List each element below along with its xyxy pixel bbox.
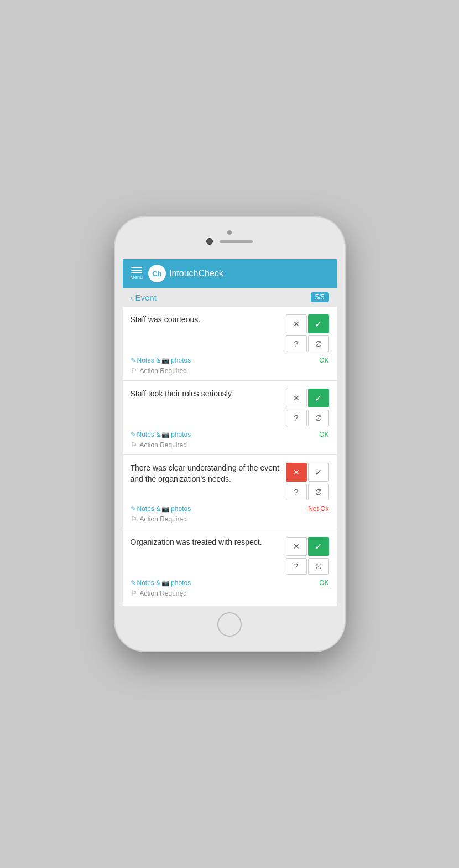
app-header: Menu Ch IntouchCheck bbox=[123, 259, 337, 288]
action-label: Action Required bbox=[140, 441, 187, 449]
menu-wrapper[interactable]: Menu bbox=[131, 267, 143, 280]
answer-buttons: ✕ ✓ ? ∅ bbox=[286, 537, 329, 575]
no-button[interactable]: ✕ bbox=[286, 389, 307, 407]
edit-icon: ✎ bbox=[131, 505, 136, 513]
question-item: Staff took their roles seriously. ✕ ✓ ? … bbox=[123, 381, 337, 455]
question-top: Staff was courteous. ✕ ✓ ? ∅ bbox=[131, 314, 329, 352]
no-button[interactable]: ✕ bbox=[286, 314, 307, 333]
camera bbox=[206, 238, 213, 245]
unknown-button[interactable]: ? bbox=[286, 410, 307, 426]
notes-link[interactable]: ✎ Notes & 📷 photos bbox=[131, 579, 191, 587]
nav-title: Event bbox=[135, 293, 157, 302]
notes-link[interactable]: ✎ Notes & 📷 photos bbox=[131, 431, 191, 438]
edit-icon: ✎ bbox=[131, 356, 136, 364]
speaker-dot bbox=[227, 230, 232, 235]
bottom-btn-row: ? ∅ bbox=[286, 410, 329, 426]
notes-link[interactable]: ✎ Notes & 📷 photos bbox=[131, 505, 191, 513]
flag-icon: ⚐ bbox=[131, 589, 137, 597]
unknown-button[interactable]: ? bbox=[286, 484, 307, 500]
na-button[interactable]: ∅ bbox=[308, 558, 329, 575]
status-ok: OK bbox=[319, 356, 328, 364]
notes-label: Notes & bbox=[137, 356, 161, 364]
unknown-button[interactable]: ? bbox=[286, 558, 307, 575]
edit-icon: ✎ bbox=[131, 579, 136, 587]
menu-line-1 bbox=[131, 267, 142, 268]
unknown-button[interactable]: ? bbox=[286, 335, 307, 352]
app-screen: Menu Ch IntouchCheck ‹ Event 5/5 bbox=[123, 259, 337, 606]
question-meta: ✎ Notes & 📷 photos Not Ok bbox=[131, 505, 329, 513]
na-button[interactable]: ∅ bbox=[308, 484, 329, 500]
no-button[interactable]: ✕ bbox=[286, 537, 307, 556]
question-item: There was clear understanding of the eve… bbox=[123, 455, 337, 529]
top-bezel bbox=[123, 225, 337, 259]
logo-area: Ch IntouchCheck bbox=[148, 265, 223, 282]
question-meta: ✎ Notes & 📷 photos OK bbox=[131, 579, 329, 587]
question-text: Organization was treated with respect. bbox=[131, 537, 280, 548]
question-top: Staff took their roles seriously. ✕ ✓ ? … bbox=[131, 389, 329, 426]
notes-label: Notes & bbox=[137, 431, 161, 438]
photos-label: photos bbox=[171, 356, 191, 364]
notes-link[interactable]: ✎ Notes & 📷 photos bbox=[131, 356, 191, 364]
na-button[interactable]: ∅ bbox=[308, 410, 329, 426]
menu-label: Menu bbox=[131, 275, 143, 280]
logo-text: Ch bbox=[152, 270, 161, 278]
top-btn-row: ✕ ✓ bbox=[286, 463, 329, 482]
camera-icon: 📷 bbox=[161, 431, 170, 438]
action-required[interactable]: ⚐ Action Required bbox=[131, 515, 329, 523]
flag-icon: ⚐ bbox=[131, 366, 137, 375]
action-required[interactable]: ⚐ Action Required bbox=[131, 589, 329, 597]
bottom-btn-row: ? ∅ bbox=[286, 335, 329, 352]
no-button[interactable]: ✕ bbox=[286, 463, 307, 482]
answer-buttons: ✕ ✓ ? ∅ bbox=[286, 314, 329, 352]
question-meta: ✎ Notes & 📷 photos OK bbox=[131, 431, 329, 438]
action-required[interactable]: ⚐ Action Required bbox=[131, 441, 329, 449]
bottom-btn-row: ? ∅ bbox=[286, 484, 329, 500]
action-label: Action Required bbox=[140, 590, 187, 597]
status-ok: OK bbox=[319, 579, 328, 587]
logo-circle: Ch bbox=[148, 265, 166, 282]
back-chevron-icon: ‹ bbox=[131, 293, 133, 302]
yes-button[interactable]: ✓ bbox=[308, 463, 329, 482]
top-btn-row: ✕ ✓ bbox=[286, 314, 329, 333]
camera-icon: 📷 bbox=[161, 356, 170, 364]
camera-icon: 📷 bbox=[161, 579, 170, 587]
question-item: Staff was courteous. ✕ ✓ ? ∅ bbox=[123, 307, 337, 381]
action-required[interactable]: ⚐ Action Required bbox=[131, 366, 329, 375]
flag-icon: ⚐ bbox=[131, 515, 137, 523]
content-area: Staff was courteous. ✕ ✓ ? ∅ bbox=[123, 307, 337, 606]
answer-buttons: ✕ ✓ ? ∅ bbox=[286, 463, 329, 500]
yes-button[interactable]: ✓ bbox=[308, 389, 329, 407]
phone-frame: Menu Ch IntouchCheck ‹ Event 5/5 bbox=[115, 217, 345, 651]
answer-buttons: ✕ ✓ ? ∅ bbox=[286, 389, 329, 426]
notes-label: Notes & bbox=[137, 505, 161, 513]
menu-line-3 bbox=[131, 272, 142, 273]
home-button[interactable] bbox=[217, 612, 242, 637]
bottom-btn-row: ? ∅ bbox=[286, 558, 329, 575]
top-btn-row: ✕ ✓ bbox=[286, 389, 329, 407]
photos-label: photos bbox=[171, 579, 191, 587]
edit-icon: ✎ bbox=[131, 431, 136, 438]
status-notok: Not Ok bbox=[308, 505, 328, 513]
question-item: Organization was treated with respect. ✕… bbox=[123, 529, 337, 603]
action-label: Action Required bbox=[140, 515, 187, 523]
na-button[interactable]: ∅ bbox=[308, 335, 329, 352]
nav-bar: ‹ Event 5/5 bbox=[123, 288, 337, 307]
back-button[interactable]: ‹ Event bbox=[131, 293, 157, 302]
phone-inner: Menu Ch IntouchCheck ‹ Event 5/5 bbox=[123, 225, 337, 643]
camera-icon: 📷 bbox=[161, 505, 170, 513]
yes-button[interactable]: ✓ bbox=[308, 314, 329, 333]
yes-button[interactable]: ✓ bbox=[308, 537, 329, 556]
question-top: Organization was treated with respect. ✕… bbox=[131, 537, 329, 575]
question-text: There was clear understanding of the eve… bbox=[131, 463, 280, 484]
flag-icon: ⚐ bbox=[131, 441, 137, 449]
question-text: Staff was courteous. bbox=[131, 314, 280, 326]
speaker-row bbox=[206, 238, 253, 245]
status-ok: OK bbox=[319, 431, 328, 438]
speaker-bar bbox=[220, 240, 253, 243]
progress-badge: 5/5 bbox=[311, 292, 329, 302]
action-label: Action Required bbox=[140, 367, 187, 375]
question-top: There was clear understanding of the eve… bbox=[131, 463, 329, 500]
notes-label: Notes & bbox=[137, 579, 161, 587]
menu-icon-button[interactable] bbox=[131, 267, 142, 273]
menu-line-2 bbox=[131, 270, 142, 271]
